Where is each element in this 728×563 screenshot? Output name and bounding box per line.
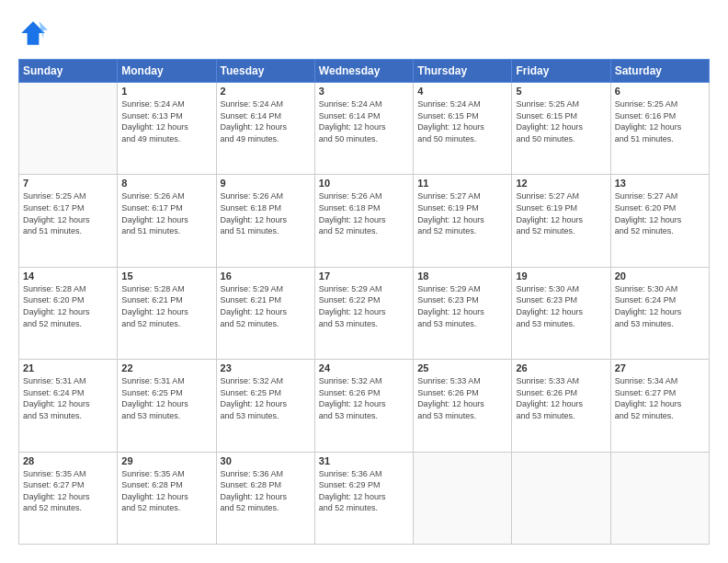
day-cell: 25Sunrise: 5:33 AM Sunset: 6:26 PM Dayli…: [414, 360, 512, 452]
calendar-table: SundayMondayTuesdayWednesdayThursdayFrid…: [18, 59, 710, 545]
day-number: 7: [23, 178, 113, 189]
week-row-3: 14Sunrise: 5:28 AM Sunset: 6:20 PM Dayli…: [19, 267, 710, 359]
day-info: Sunrise: 5:36 AM Sunset: 6:29 PM Dayligh…: [319, 468, 409, 514]
day-info: Sunrise: 5:30 AM Sunset: 6:24 PM Dayligh…: [615, 283, 705, 329]
day-info: Sunrise: 5:27 AM Sunset: 6:19 PM Dayligh…: [417, 190, 507, 236]
day-number: 19: [516, 270, 606, 282]
day-cell: 26Sunrise: 5:33 AM Sunset: 6:26 PM Dayli…: [512, 360, 610, 452]
day-number: 11: [417, 178, 507, 189]
day-info: Sunrise: 5:36 AM Sunset: 6:28 PM Dayligh…: [221, 468, 311, 514]
day-number: 18: [417, 270, 507, 282]
day-info: Sunrise: 5:28 AM Sunset: 6:20 PM Dayligh…: [23, 283, 113, 329]
header-day-wednesday: Wednesday: [314, 60, 413, 83]
day-number: 1: [121, 86, 211, 97]
day-info: Sunrise: 5:31 AM Sunset: 6:25 PM Dayligh…: [121, 375, 211, 421]
calendar-header: SundayMondayTuesdayWednesdayThursdayFrid…: [19, 60, 710, 83]
day-info: Sunrise: 5:26 AM Sunset: 6:18 PM Dayligh…: [221, 190, 311, 236]
day-cell: 12Sunrise: 5:27 AM Sunset: 6:19 PM Dayli…: [512, 175, 610, 267]
day-number: 16: [221, 270, 311, 282]
day-cell: [610, 452, 709, 544]
header-day-tuesday: Tuesday: [216, 60, 314, 83]
page: SundayMondayTuesdayWednesdayThursdayFrid…: [0, 0, 728, 563]
day-number: 31: [319, 455, 409, 466]
day-info: Sunrise: 5:34 AM Sunset: 6:27 PM Dayligh…: [615, 375, 705, 421]
day-cell: 30Sunrise: 5:36 AM Sunset: 6:28 PM Dayli…: [216, 452, 314, 544]
day-number: 15: [121, 270, 211, 282]
week-row-2: 7Sunrise: 5:25 AM Sunset: 6:17 PM Daylig…: [19, 175, 710, 267]
day-number: 6: [615, 86, 705, 97]
day-cell: 24Sunrise: 5:32 AM Sunset: 6:26 PM Dayli…: [314, 360, 413, 452]
day-cell: 27Sunrise: 5:34 AM Sunset: 6:27 PM Dayli…: [610, 360, 709, 452]
day-cell: 9Sunrise: 5:26 AM Sunset: 6:18 PM Daylig…: [216, 175, 314, 267]
day-info: Sunrise: 5:27 AM Sunset: 6:19 PM Dayligh…: [516, 190, 606, 236]
day-cell: 3Sunrise: 5:24 AM Sunset: 6:14 PM Daylig…: [314, 83, 413, 175]
day-number: 25: [417, 362, 507, 373]
day-number: 14: [23, 270, 113, 282]
day-info: Sunrise: 5:35 AM Sunset: 6:27 PM Dayligh…: [23, 468, 113, 514]
day-info: Sunrise: 5:26 AM Sunset: 6:17 PM Dayligh…: [121, 190, 211, 236]
day-number: 13: [615, 178, 705, 189]
day-info: Sunrise: 5:25 AM Sunset: 6:15 PM Dayligh…: [516, 98, 606, 144]
day-cell: 31Sunrise: 5:36 AM Sunset: 6:29 PM Dayli…: [314, 452, 413, 544]
day-cell: 14Sunrise: 5:28 AM Sunset: 6:20 PM Dayli…: [19, 267, 118, 359]
day-cell: 18Sunrise: 5:29 AM Sunset: 6:23 PM Dayli…: [414, 267, 512, 359]
day-info: Sunrise: 5:29 AM Sunset: 6:21 PM Dayligh…: [221, 283, 311, 329]
day-info: Sunrise: 5:24 AM Sunset: 6:14 PM Dayligh…: [221, 98, 311, 144]
day-number: 17: [319, 270, 409, 282]
day-number: 29: [121, 455, 211, 466]
week-row-1: 1Sunrise: 5:24 AM Sunset: 6:13 PM Daylig…: [19, 83, 710, 175]
day-info: Sunrise: 5:26 AM Sunset: 6:18 PM Dayligh…: [319, 190, 409, 236]
day-number: 12: [516, 178, 606, 189]
day-info: Sunrise: 5:32 AM Sunset: 6:26 PM Dayligh…: [319, 375, 409, 421]
day-cell: 2Sunrise: 5:24 AM Sunset: 6:14 PM Daylig…: [216, 83, 314, 175]
day-cell: 4Sunrise: 5:24 AM Sunset: 6:15 PM Daylig…: [414, 83, 512, 175]
day-number: 9: [221, 178, 311, 189]
day-number: 5: [516, 86, 606, 97]
day-info: Sunrise: 5:25 AM Sunset: 6:17 PM Dayligh…: [23, 190, 113, 236]
day-info: Sunrise: 5:33 AM Sunset: 6:26 PM Dayligh…: [417, 375, 507, 421]
header-day-saturday: Saturday: [610, 60, 709, 83]
day-cell: 19Sunrise: 5:30 AM Sunset: 6:23 PM Dayli…: [512, 267, 610, 359]
day-number: 20: [615, 270, 705, 282]
day-info: Sunrise: 5:24 AM Sunset: 6:13 PM Dayligh…: [121, 98, 211, 144]
day-cell: 17Sunrise: 5:29 AM Sunset: 6:22 PM Dayli…: [314, 267, 413, 359]
day-cell: 8Sunrise: 5:26 AM Sunset: 6:17 PM Daylig…: [118, 175, 216, 267]
day-cell: 11Sunrise: 5:27 AM Sunset: 6:19 PM Dayli…: [414, 175, 512, 267]
day-info: Sunrise: 5:24 AM Sunset: 6:15 PM Dayligh…: [417, 98, 507, 144]
day-cell: 16Sunrise: 5:29 AM Sunset: 6:21 PM Dayli…: [216, 267, 314, 359]
day-info: Sunrise: 5:29 AM Sunset: 6:22 PM Dayligh…: [319, 283, 409, 329]
day-cell: 5Sunrise: 5:25 AM Sunset: 6:15 PM Daylig…: [512, 83, 610, 175]
day-number: 22: [121, 362, 211, 373]
day-info: Sunrise: 5:27 AM Sunset: 6:20 PM Dayligh…: [615, 190, 705, 236]
day-cell: 1Sunrise: 5:24 AM Sunset: 6:13 PM Daylig…: [118, 83, 216, 175]
header-row: SundayMondayTuesdayWednesdayThursdayFrid…: [19, 60, 710, 83]
day-info: Sunrise: 5:29 AM Sunset: 6:23 PM Dayligh…: [417, 283, 507, 329]
day-cell: 7Sunrise: 5:25 AM Sunset: 6:17 PM Daylig…: [19, 175, 118, 267]
day-number: 27: [615, 362, 705, 373]
header-day-monday: Monday: [118, 60, 216, 83]
day-number: 2: [221, 86, 311, 97]
header: [18, 18, 710, 48]
day-info: Sunrise: 5:35 AM Sunset: 6:28 PM Dayligh…: [121, 468, 211, 514]
day-number: 28: [23, 455, 113, 466]
day-cell: 22Sunrise: 5:31 AM Sunset: 6:25 PM Dayli…: [118, 360, 216, 452]
day-info: Sunrise: 5:32 AM Sunset: 6:25 PM Dayligh…: [221, 375, 311, 421]
day-number: 21: [23, 362, 113, 373]
day-info: Sunrise: 5:31 AM Sunset: 6:24 PM Dayligh…: [23, 375, 113, 421]
day-number: 30: [221, 455, 311, 466]
day-cell: 6Sunrise: 5:25 AM Sunset: 6:16 PM Daylig…: [610, 83, 709, 175]
header-day-sunday: Sunday: [19, 60, 118, 83]
week-row-4: 21Sunrise: 5:31 AM Sunset: 6:24 PM Dayli…: [19, 360, 710, 452]
day-number: 10: [319, 178, 409, 189]
day-cell: [512, 452, 610, 544]
day-cell: 21Sunrise: 5:31 AM Sunset: 6:24 PM Dayli…: [19, 360, 118, 452]
day-info: Sunrise: 5:33 AM Sunset: 6:26 PM Dayligh…: [516, 375, 606, 421]
calendar-body: 1Sunrise: 5:24 AM Sunset: 6:13 PM Daylig…: [19, 83, 710, 545]
day-cell: 13Sunrise: 5:27 AM Sunset: 6:20 PM Dayli…: [610, 175, 709, 267]
header-day-thursday: Thursday: [414, 60, 512, 83]
day-number: 23: [221, 362, 311, 373]
day-number: 4: [417, 86, 507, 97]
header-day-friday: Friday: [512, 60, 610, 83]
day-number: 26: [516, 362, 606, 373]
day-info: Sunrise: 5:24 AM Sunset: 6:14 PM Dayligh…: [319, 98, 409, 144]
